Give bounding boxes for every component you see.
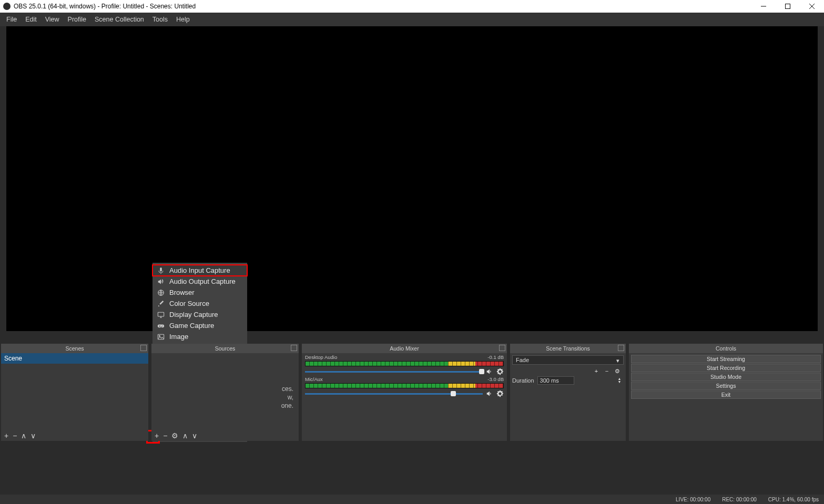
transition-settings-button[interactable]: ⚙ [613, 367, 622, 375]
mute-button[interactable] [486, 390, 493, 397]
globe-icon [157, 289, 165, 297]
scenes-panel: Scenes Scene + − ∧ ∨ [1, 344, 148, 441]
sources-header[interactable]: Sources [151, 344, 299, 353]
transition-select[interactable]: Fade ▾ [512, 355, 624, 365]
status-live: LIVE: 00:00:00 [676, 497, 710, 502]
studio-mode-button[interactable]: Studio Mode [631, 373, 821, 381]
status-rec: REC: 00:00:00 [722, 497, 757, 502]
menu-profile[interactable]: Profile [64, 14, 90, 25]
scenes-add-button[interactable]: + [4, 431, 8, 440]
scenes-remove-button[interactable]: − [13, 431, 17, 440]
monitor-icon [157, 311, 165, 319]
popout-icon[interactable] [499, 345, 505, 351]
minimize-button[interactable] [751, 0, 776, 13]
transitions-panel: Scene Transitions Fade ▾ + − ⚙ Du [510, 344, 626, 441]
mic-icon [157, 266, 165, 275]
ctx-game-capture[interactable]: Game Capture [152, 320, 247, 331]
duration-stepper[interactable]: ▲▼ [615, 376, 624, 385]
sources-remove-button[interactable]: − [163, 431, 167, 440]
ctx-label: Display Capture [169, 311, 218, 318]
menu-scene-collection[interactable]: Scene Collection [90, 14, 148, 25]
scenes-header[interactable]: Scenes [1, 344, 148, 353]
transitions-header[interactable]: Scene Transitions [510, 344, 626, 353]
svg-rect-3 [158, 334, 164, 340]
popout-icon[interactable] [291, 345, 297, 351]
sources-footer: + − ⚙ ∧ ∨ [151, 430, 299, 441]
controls-panel: Controls Start Streaming Start Recording… [629, 344, 823, 441]
maximize-button[interactable] [776, 0, 800, 13]
menu-file[interactable]: File [2, 14, 21, 25]
popout-icon[interactable] [140, 345, 147, 351]
audio-mixer-panel: Audio Mixer Desktop Audio-0.1 dB Mic/Aux… [302, 344, 507, 441]
sources-title: Sources [215, 345, 236, 352]
scene-list-item[interactable]: Scene [1, 353, 148, 364]
channel-name: Mic/Aux [305, 376, 323, 382]
controls-header[interactable]: Controls [629, 344, 823, 353]
dropdown-icon: ▾ [616, 357, 622, 363]
duration-input[interactable]: 300 ms [537, 376, 574, 385]
svg-point-4 [159, 335, 160, 336]
image-icon [157, 333, 165, 341]
ctx-label: Audio Output Capture [169, 277, 236, 285]
ctx-color-source[interactable]: Color Source [152, 298, 247, 309]
mute-button[interactable] [486, 368, 493, 375]
vu-meter [305, 361, 504, 366]
popout-icon[interactable] [618, 345, 624, 351]
brush-icon [157, 300, 165, 308]
channel-settings-button[interactable] [496, 390, 504, 397]
channel-settings-button[interactable] [496, 368, 504, 375]
svg-rect-2 [158, 312, 164, 316]
controls-title: Controls [716, 345, 736, 352]
svg-rect-0 [786, 4, 790, 9]
scenes-up-button[interactable]: ∧ [21, 431, 26, 440]
ctx-label: Audio Input Capture [169, 266, 230, 274]
close-button[interactable] [800, 0, 824, 13]
channel-name: Desktop Audio [305, 354, 337, 360]
mixer-header[interactable]: Audio Mixer [302, 344, 507, 353]
sources-settings-button[interactable]: ⚙ [171, 431, 178, 440]
sources-add-button[interactable]: + [155, 431, 159, 440]
ctx-label: Image [169, 333, 188, 341]
menu-view[interactable]: View [41, 14, 64, 25]
menu-tools[interactable]: Tools [148, 14, 172, 25]
ctx-audio-input-capture[interactable]: Audio Input Capture [152, 265, 247, 276]
start-streaming-button[interactable]: Start Streaming [631, 355, 821, 363]
transition-add-button[interactable]: + [592, 367, 601, 375]
mixer-title: Audio Mixer [390, 345, 419, 352]
status-cpu: CPU: 1.4%, 60.00 fps [768, 497, 819, 502]
ctx-browser[interactable]: Browser [152, 287, 247, 298]
obs-logo-icon [3, 3, 11, 10]
scenes-footer: + − ∧ ∨ [1, 430, 148, 441]
mixer-channel-mic: Mic/Aux-3.0 dB [302, 375, 507, 397]
menu-help[interactable]: Help [172, 14, 194, 25]
sources-panel: Sources ces. w, one. + − ⚙ ∧ ∨ [151, 344, 299, 441]
menu-edit[interactable]: Edit [21, 14, 41, 25]
ctx-display-capture[interactable]: Display Capture [152, 309, 247, 320]
sources-hint: ces. w, one. [183, 385, 293, 410]
ctx-audio-output-capture[interactable]: Audio Output Capture [152, 276, 247, 287]
ctx-label: Browser [169, 289, 195, 296]
volume-slider[interactable] [305, 371, 483, 373]
transition-remove-button[interactable]: − [603, 367, 611, 375]
ctx-label: Game Capture [169, 322, 214, 330]
scenes-down-button[interactable]: ∨ [30, 431, 36, 440]
sources-up-button[interactable]: ∧ [182, 431, 188, 440]
transitions-title: Scene Transitions [546, 345, 589, 352]
exit-button[interactable]: Exit [631, 390, 821, 399]
ctx-image[interactable]: Image [152, 331, 247, 342]
titlebar: OBS 25.0.1 (64-bit, windows) - Profile: … [0, 0, 824, 13]
gamepad-icon [157, 322, 165, 330]
duration-label: Duration [512, 377, 534, 384]
mixer-channel-desktop: Desktop Audio-0.1 dB [302, 353, 507, 375]
ctx-label: Color Source [169, 300, 209, 307]
window-title: OBS 25.0.1 (64-bit, windows) - Profile: … [14, 3, 196, 10]
volume-slider[interactable] [305, 393, 483, 395]
status-bar: LIVE: 00:00:00 REC: 00:00:00 CPU: 1.4%, … [0, 495, 824, 504]
start-recording-button[interactable]: Start Recording [631, 364, 821, 372]
preview-canvas[interactable] [6, 26, 818, 331]
settings-button[interactable]: Settings [631, 382, 821, 390]
vu-meter [305, 383, 504, 388]
channel-db: -0.1 dB [487, 354, 504, 360]
sources-down-button[interactable]: ∨ [192, 431, 197, 440]
app-shell: File Edit View Profile Scene Collection … [0, 13, 824, 504]
